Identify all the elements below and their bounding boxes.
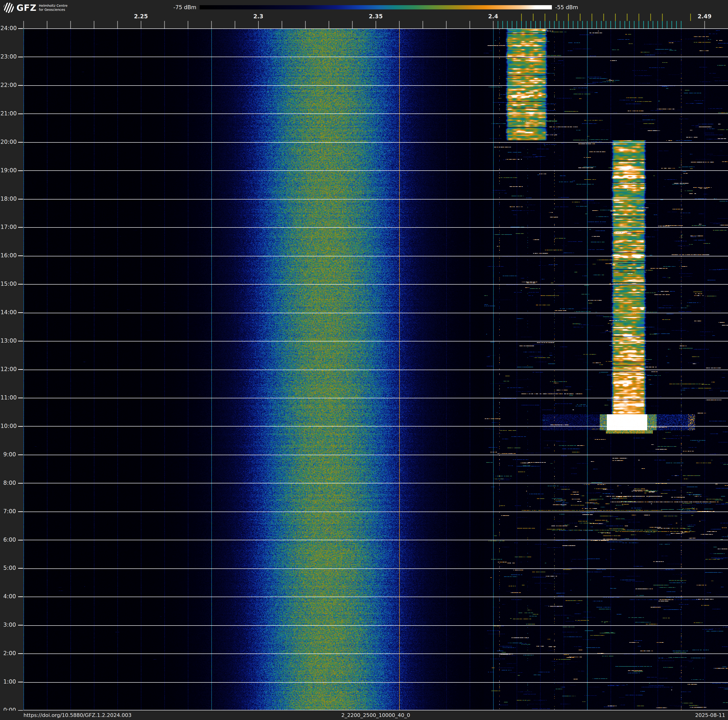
freq-tick-teal bbox=[535, 21, 536, 28]
freq-tick-teal bbox=[629, 21, 630, 28]
freq-tick-teal bbox=[615, 21, 616, 28]
freq-tick-gray bbox=[141, 21, 141, 28]
freq-tick-teal bbox=[568, 21, 569, 28]
time-tick bbox=[18, 113, 23, 114]
freq-tick-teal bbox=[498, 21, 498, 28]
freq-tick-yellow bbox=[639, 14, 639, 21]
time-tick bbox=[18, 653, 23, 654]
freq-tick-teal bbox=[554, 21, 555, 28]
freq-tick-yellow bbox=[690, 14, 691, 21]
freq-tick-yellow bbox=[544, 14, 545, 21]
freq-tick-gray bbox=[352, 21, 353, 28]
time-tick bbox=[18, 284, 23, 285]
freq-tick-teal bbox=[648, 21, 648, 28]
time-tick bbox=[18, 398, 23, 398]
time-tick bbox=[18, 540, 23, 541]
time-label: 23:00 bbox=[0, 54, 16, 60]
freq-tick-yellow bbox=[533, 14, 534, 21]
freq-tick-teal bbox=[592, 21, 592, 28]
time-label: 20:00 bbox=[0, 139, 16, 145]
time-label: 3:00 bbox=[0, 622, 16, 628]
freq-tick-gray bbox=[399, 21, 400, 28]
time-label: 22:00 bbox=[0, 82, 16, 88]
time-label: 10:00 bbox=[0, 423, 16, 429]
freq-tick-gray bbox=[211, 21, 212, 28]
freq-tick-teal bbox=[653, 21, 653, 28]
time-label: 7:00 bbox=[0, 508, 16, 515]
time-label: 19:00 bbox=[0, 167, 16, 174]
freq-label: 2.25 bbox=[130, 13, 151, 20]
time-tick bbox=[18, 341, 23, 342]
freq-tick-yellow bbox=[580, 14, 581, 21]
freq-label: 2.3 bbox=[248, 13, 269, 20]
freq-tick-teal bbox=[549, 21, 550, 28]
gfz-logo: GFZ Helmholtz Centre for Geosciences bbox=[3, 2, 67, 13]
time-tick bbox=[18, 455, 23, 455]
time-tick bbox=[18, 199, 23, 199]
time-tick bbox=[18, 170, 23, 171]
gfz-globe-icon bbox=[3, 2, 14, 13]
freq-tick-yellow bbox=[615, 14, 616, 21]
freq-label: 2.49 bbox=[694, 13, 715, 20]
time-label: 18:00 bbox=[0, 196, 16, 202]
time-label: 16:00 bbox=[0, 252, 16, 259]
freq-tick-gray bbox=[188, 21, 188, 28]
freq-tick-teal bbox=[606, 21, 606, 28]
freq-tick-yellow bbox=[603, 14, 604, 21]
colorbar-min-label: -75 dBm bbox=[153, 4, 196, 10]
gfz-logo-text: GFZ bbox=[17, 3, 37, 13]
time-label: 2:00 bbox=[0, 650, 16, 657]
time-label: 6:00 bbox=[0, 536, 16, 543]
freq-tick-gray bbox=[329, 21, 329, 28]
freq-tick-gray bbox=[704, 21, 705, 28]
time-label: 9:00 bbox=[0, 451, 16, 458]
freq-tick-yellow bbox=[627, 14, 627, 21]
time-label: 12:00 bbox=[0, 366, 16, 372]
freq-tick-teal bbox=[667, 21, 667, 28]
freq-tick-teal bbox=[671, 21, 672, 28]
freq-tick-teal bbox=[578, 21, 578, 28]
freq-tick-teal bbox=[634, 21, 635, 28]
time-tick bbox=[18, 483, 23, 484]
time-label: 21:00 bbox=[0, 110, 16, 117]
time-label: 11:00 bbox=[0, 394, 16, 401]
freq-tick-teal bbox=[639, 21, 639, 28]
time-label: 4:00 bbox=[0, 593, 16, 600]
freq-tick-gray bbox=[446, 21, 447, 28]
freq-tick-teal bbox=[573, 21, 574, 28]
time-label: 15:00 bbox=[0, 280, 16, 287]
freq-tick-gray bbox=[281, 21, 282, 28]
freq-tick-teal bbox=[540, 21, 541, 28]
freq-tick-teal bbox=[582, 21, 583, 28]
spectrogram-canvas bbox=[23, 28, 728, 710]
freq-tick-teal bbox=[521, 21, 522, 28]
freq-tick-yellow bbox=[556, 14, 557, 21]
date-text: 2025-08-11 bbox=[695, 712, 725, 718]
freq-tick-yellow bbox=[568, 14, 569, 21]
time-tick bbox=[18, 596, 23, 597]
freq-tick-teal bbox=[512, 21, 512, 28]
freq-tick-gray bbox=[305, 21, 306, 28]
freq-tick-yellow bbox=[592, 14, 592, 21]
time-tick bbox=[18, 227, 23, 228]
freq-tick-teal bbox=[624, 21, 625, 28]
time-tick bbox=[18, 682, 23, 682]
freq-tick-gray bbox=[422, 21, 423, 28]
time-label: 8:00 bbox=[0, 479, 16, 486]
freq-tick-teal bbox=[676, 21, 677, 28]
freq-tick-teal bbox=[681, 21, 682, 28]
freq-tick-teal bbox=[563, 21, 564, 28]
freq-tick-gray bbox=[23, 21, 24, 28]
freq-tick-teal bbox=[662, 21, 663, 28]
time-tick bbox=[18, 568, 23, 569]
freq-tick-teal bbox=[559, 21, 560, 28]
freq-tick-gray bbox=[493, 21, 494, 28]
time-label: 1:00 bbox=[0, 679, 16, 685]
freq-tick-teal bbox=[507, 21, 508, 28]
time-label: 14:00 bbox=[0, 309, 16, 316]
freq-tick-gray bbox=[164, 21, 165, 28]
freq-tick-gray bbox=[70, 21, 71, 28]
time-tick bbox=[18, 142, 23, 142]
freq-tick-teal bbox=[620, 21, 621, 28]
freq-tick-gray bbox=[94, 21, 95, 28]
